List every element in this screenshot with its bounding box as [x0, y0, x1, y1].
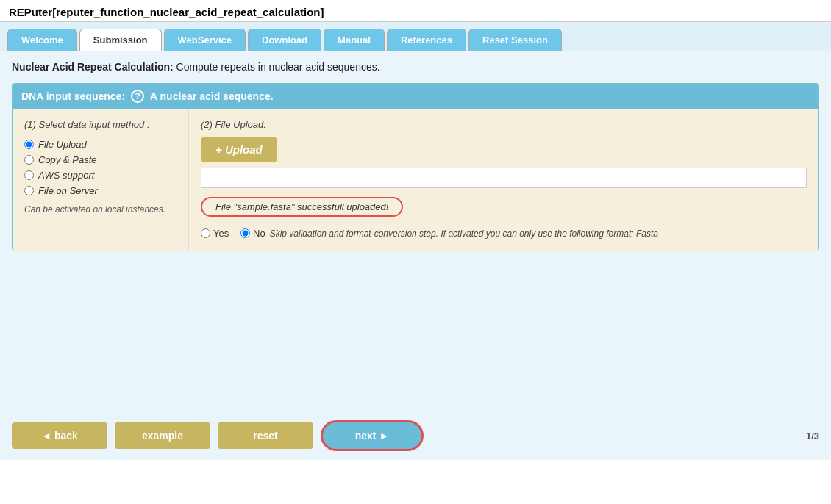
back-button[interactable]: ◄ back	[12, 422, 107, 449]
option-aws-support[interactable]: AWS support	[24, 170, 176, 181]
file-upload-label: (2) File Upload:	[201, 119, 807, 130]
dna-box-body: (1) Select data input method : File Uplo…	[13, 109, 818, 251]
tab-references[interactable]: References	[387, 29, 466, 51]
tab-manual[interactable]: Manual	[324, 29, 385, 51]
radio-aws-support[interactable]	[24, 170, 34, 180]
radio-file-upload[interactable]	[24, 140, 34, 149]
tab-download[interactable]: Download	[248, 29, 321, 51]
section-description: Nuclear Acid Repeat Calculation: Compute…	[12, 61, 819, 73]
file-name-input[interactable]	[201, 168, 807, 188]
reset-button[interactable]: reset	[218, 422, 313, 449]
left-panel: (1) Select data input method : File Uplo…	[13, 109, 189, 251]
input-method-label: (1) Select data input method :	[24, 119, 176, 130]
dna-box-header-sub: A nuclear acid sequence.	[150, 90, 274, 102]
right-panel: (2) File Upload: + Upload File "sample.f…	[189, 109, 818, 251]
tab-welcome[interactable]: Welcome	[7, 29, 77, 51]
tabs-bar: Welcome Submission WebService Download M…	[0, 22, 831, 51]
page-title: REPuter[reputer_function_nuclear_acid_re…	[0, 0, 831, 22]
dna-box-header-title: DNA input sequence:	[21, 90, 125, 102]
tab-webservice[interactable]: WebService	[164, 29, 246, 51]
section-title-rest: Compute repeats in nuclear acid sequence…	[174, 61, 380, 73]
dna-box-header: DNA input sequence: ? A nuclear acid seq…	[13, 84, 818, 109]
section-title-bold: Nuclear Acid Repeat Calculation:	[12, 61, 174, 73]
radio-skip-no[interactable]	[240, 228, 250, 238]
skip-yes-label[interactable]: Yes	[213, 228, 229, 239]
input-method-radio-group: File Upload Copy & Paste AWS support Fil…	[24, 139, 176, 196]
page-counter: 1/3	[806, 431, 819, 442]
radio-file-on-server[interactable]	[24, 186, 34, 195]
tab-submission[interactable]: Submission	[79, 29, 162, 51]
success-message: File "sample.fasta" successfull uploaded…	[201, 197, 403, 217]
label-file-upload: File Upload	[38, 139, 87, 150]
skip-description: Skip validation and format-conversion st…	[270, 227, 658, 240]
radio-skip-yes[interactable]	[201, 228, 210, 238]
label-aws-support: AWS support	[38, 170, 94, 181]
skip-no-label[interactable]: No	[253, 228, 265, 239]
option-file-on-server[interactable]: File on Server	[24, 185, 176, 196]
radio-copy-paste[interactable]	[24, 155, 34, 165]
dna-input-box: DNA input sequence: ? A nuclear acid seq…	[12, 83, 819, 251]
skip-validation-row: Yes No Skip validation and format-conver…	[201, 227, 807, 240]
help-icon[interactable]: ?	[131, 90, 144, 103]
label-file-on-server: File on Server	[38, 185, 98, 196]
tab-reset-session[interactable]: Reset Session	[468, 29, 562, 51]
label-copy-paste: Copy & Paste	[38, 154, 97, 165]
example-button[interactable]: example	[115, 422, 210, 449]
main-content: Nuclear Acid Repeat Calculation: Compute…	[0, 51, 831, 411]
local-instances-note: Can be activated on local instances.	[24, 204, 176, 216]
bottom-bar: ◄ back example reset next ► 1/3	[0, 411, 831, 460]
option-file-upload[interactable]: File Upload	[24, 139, 176, 150]
option-copy-paste[interactable]: Copy & Paste	[24, 154, 176, 165]
next-button[interactable]: next ►	[321, 420, 424, 451]
upload-button[interactable]: + Upload	[201, 137, 277, 162]
skip-radios: Yes No	[201, 227, 265, 239]
